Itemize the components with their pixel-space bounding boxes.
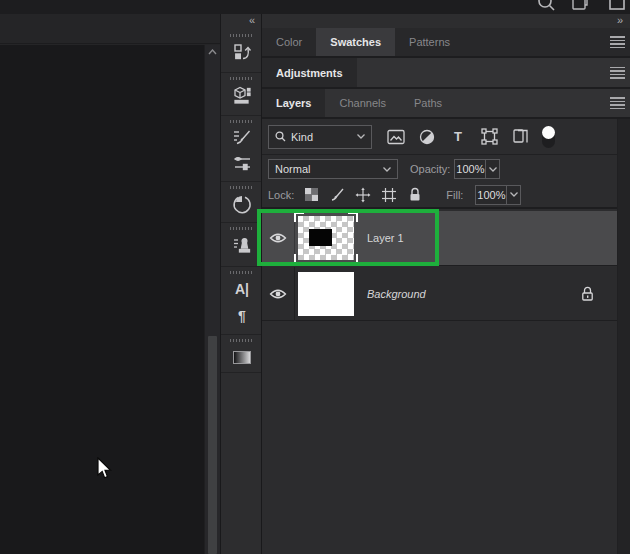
character-panel-icon[interactable]: A|: [231, 278, 253, 300]
layers-filter-row: Kind T: [262, 119, 617, 155]
panel-grip[interactable]: [230, 77, 254, 80]
collapsed-panels-strip: «: [220, 14, 262, 554]
panel-grip[interactable]: [230, 339, 254, 342]
chevron-down-icon: [357, 134, 365, 139]
tab-layers[interactable]: Layers: [262, 89, 325, 117]
layer-comps-panel-icon[interactable]: [231, 41, 253, 63]
right-panel-dock: » Color Swatches Patterns Adjustments La…: [262, 14, 630, 554]
lock-transparency-icon[interactable]: [302, 186, 320, 204]
panel-grip[interactable]: [230, 227, 254, 230]
blend-mode-dropdown[interactable]: Normal: [268, 159, 398, 179]
filter-smart-object-icon[interactable]: [509, 126, 531, 148]
lock-position-icon[interactable]: [354, 186, 372, 204]
lock-label: Lock:: [268, 189, 294, 201]
collapse-dock-button[interactable]: »: [617, 14, 622, 26]
panel-grip[interactable]: [230, 186, 254, 189]
mouse-cursor-icon: [96, 457, 113, 481]
filter-kind-label: Kind: [291, 131, 313, 143]
lock-paint-icon[interactable]: [328, 186, 346, 204]
selection-bracket: [294, 212, 304, 222]
tab-color[interactable]: Color: [262, 28, 316, 56]
filter-kind-dropdown[interactable]: Kind: [268, 125, 372, 149]
chevron-down-icon[interactable]: [485, 160, 499, 178]
blend-mode-row: Normal Opacity: 100%: [262, 156, 617, 182]
search-icon: [275, 131, 286, 142]
scroll-up-arrow-icon[interactable]: [208, 49, 217, 55]
background-lock-icon: [580, 285, 595, 302]
dock-header: »: [262, 14, 630, 28]
filter-adjustment-layer-icon[interactable]: [416, 126, 438, 148]
tab-paths[interactable]: Paths: [400, 89, 456, 117]
lock-artboard-icon[interactable]: [380, 186, 398, 204]
gradients-panel-icon[interactable]: [231, 346, 253, 368]
opacity-label: Opacity:: [410, 163, 450, 175]
tab-channels[interactable]: Channels: [325, 89, 399, 117]
layer-thumbnail[interactable]: [298, 272, 354, 316]
layer-thumbnail[interactable]: [298, 216, 354, 260]
brushes-panel-icon[interactable]: [231, 126, 253, 148]
libraries-panel-icon[interactable]: [231, 84, 253, 106]
fill-value: 100%: [476, 189, 506, 201]
lock-row: Lock:: [262, 182, 617, 209]
paragraph-panel-icon[interactable]: ¶: [231, 305, 253, 327]
tab-adjustments[interactable]: Adjustments: [262, 58, 357, 87]
clone-source-panel-icon[interactable]: [231, 234, 253, 256]
opacity-value: 100%: [455, 163, 485, 175]
layer-name[interactable]: Background: [367, 288, 426, 300]
panel-menu-icon[interactable]: [610, 36, 625, 48]
selection-bracket: [348, 254, 358, 264]
document-canvas[interactable]: [0, 45, 204, 554]
selection-bracket: [348, 212, 358, 222]
tab-patterns[interactable]: Patterns: [395, 28, 464, 56]
eye-icon: [269, 232, 287, 244]
layer-name[interactable]: Layer 1: [367, 232, 404, 244]
layers-panel: Kind T: [262, 119, 630, 554]
fill-field[interactable]: 100%: [475, 185, 521, 205]
collapse-panels-button[interactable]: «: [249, 14, 254, 26]
panel-menu-icon[interactable]: [610, 97, 625, 109]
filter-toggle-switch[interactable]: [542, 126, 555, 148]
panel-grip[interactable]: [230, 34, 254, 37]
blend-mode-value: Normal: [275, 163, 310, 175]
lock-all-icon[interactable]: [406, 186, 424, 204]
panel-grip[interactable]: [230, 120, 254, 123]
layer-row-background[interactable]: Background: [262, 267, 617, 321]
history-panel-icon[interactable]: [231, 193, 253, 215]
scrollbar-thumb[interactable]: [208, 336, 217, 554]
fill-label: Fill:: [446, 189, 463, 201]
layer-row-layer-1[interactable]: Layer 1: [262, 211, 617, 266]
color-swatches-patterns-tabbar: Color Swatches Patterns: [262, 28, 630, 58]
maximize-icon[interactable]: [608, 0, 626, 12]
visibility-toggle[interactable]: [262, 211, 295, 265]
filter-shape-layer-icon[interactable]: [478, 126, 500, 148]
layers-channels-paths-tabbar: Layers Channels Paths: [262, 89, 630, 119]
panel-grip[interactable]: [230, 271, 254, 274]
adjustments-tabbar: Adjustments: [262, 58, 630, 89]
opacity-field[interactable]: 100%: [454, 159, 500, 179]
selection-bracket: [294, 254, 304, 264]
filter-type-layer-icon[interactable]: T: [447, 126, 469, 148]
chevron-down-icon[interactable]: [506, 186, 520, 204]
tab-swatches[interactable]: Swatches: [316, 28, 395, 56]
panel-right-gutter: [617, 119, 630, 554]
titlebar: [0, 0, 630, 14]
layer-content-preview: [309, 229, 332, 246]
search-icon[interactable]: [537, 0, 556, 12]
chevron-down-icon: [383, 167, 391, 172]
panel-menu-icon[interactable]: [610, 67, 625, 79]
visibility-toggle[interactable]: [262, 267, 295, 320]
filter-pixel-layer-icon[interactable]: [385, 126, 407, 148]
eye-icon: [269, 288, 287, 300]
tool-options-bar: [0, 14, 220, 44]
canvas-pane: [0, 14, 220, 554]
brush-settings-panel-icon[interactable]: [231, 152, 253, 174]
restore-window-icon[interactable]: [571, 0, 589, 12]
canvas-vertical-scrollbar[interactable]: [204, 45, 220, 554]
